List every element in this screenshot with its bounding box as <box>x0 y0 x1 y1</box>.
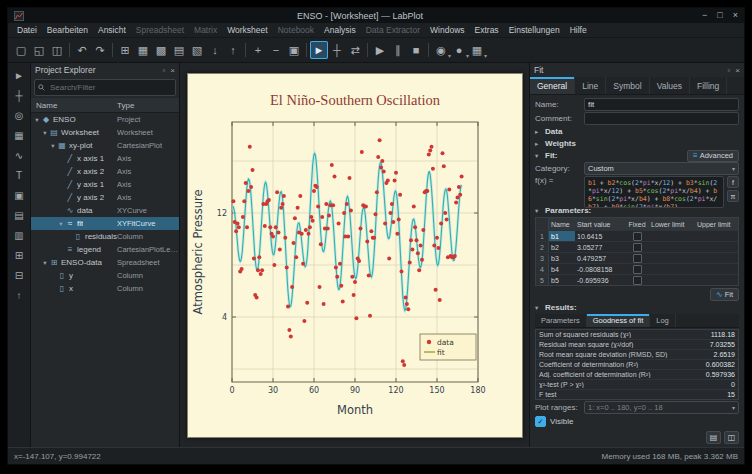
vertical-layout-tool-icon[interactable]: ▤ <box>11 207 27 223</box>
titlebar[interactable]: ENSO - [Worksheet] — LabPlot − □ × <box>8 8 744 23</box>
export-results-button[interactable]: ▤ <box>706 431 721 444</box>
advanced-fit-button[interactable]: ≡ Advanced <box>687 150 739 162</box>
presenter-stop-icon[interactable]: ■ <box>407 41 425 59</box>
menu-windows[interactable]: Windows <box>425 25 469 35</box>
fixed-checkbox[interactable] <box>633 265 642 274</box>
fixed-checkbox[interactable] <box>633 276 642 285</box>
param-name-cell[interactable]: b5 <box>549 275 575 285</box>
dock-float-icon[interactable]: ▫ <box>163 66 166 75</box>
parameters-section-header[interactable]: ▾ Parameters: <box>535 205 739 216</box>
results-section-header[interactable]: ▾ Results: <box>535 302 739 313</box>
select-mode-icon[interactable]: ► <box>310 41 328 59</box>
menu-worksheet[interactable]: Worksheet <box>222 25 272 35</box>
results-tab-parameters[interactable]: Parameters <box>535 314 587 327</box>
constants-button[interactable]: π <box>727 190 739 202</box>
tree-item-y-axis-1[interactable]: ╱y axis 1Axis <box>31 178 179 191</box>
run-fit-button[interactable]: ∿ Fit <box>710 288 739 301</box>
param-row-b1[interactable]: 1b110.6415 <box>536 230 738 241</box>
menu-extras[interactable]: Extras <box>470 25 504 35</box>
tree-item-fit[interactable]: ▾≈fitXYFitCurve <box>31 217 179 230</box>
menu-ansicht[interactable]: Ansicht <box>93 25 131 35</box>
tab-general[interactable]: General <box>530 77 575 94</box>
tab-symbol[interactable]: Symbol <box>606 77 649 94</box>
undo-icon[interactable]: ↶ <box>73 41 91 59</box>
tree-item-y[interactable]: ▯yColumn <box>31 269 179 282</box>
param-start-value[interactable]: -0.0808158 <box>575 266 625 273</box>
add-image-tool-icon[interactable]: ▣ <box>11 187 27 203</box>
param-name-cell[interactable]: b1 <box>549 231 575 241</box>
presenter-play-icon[interactable]: ▶ <box>371 41 389 59</box>
pan-mode-icon[interactable]: ⇄ <box>346 41 364 59</box>
chevron-down-icon[interactable]: ▾ <box>33 116 41 124</box>
tree-item-y-axis-2[interactable]: ╱y axis 2Axis <box>31 191 179 204</box>
tree-item-worksheet[interactable]: ▾▤WorksheetWorksheet <box>31 126 179 139</box>
chevron-down-icon[interactable]: ▾ <box>49 142 57 150</box>
fixed-checkbox[interactable] <box>633 243 642 252</box>
chevron-down-icon[interactable]: ▾ <box>41 259 49 267</box>
results-tab-goodness-of-fit[interactable]: Goodness of fit <box>587 314 650 327</box>
new-spreadsheet-icon[interactable]: ▦ <box>134 41 152 59</box>
formula-editor[interactable]: b1 + b2*cos(2*pi*x/12) + b3*sin(2*pi*x/1… <box>584 176 724 208</box>
document-save-icon[interactable]: ◫ <box>48 41 66 59</box>
param-row-b2[interactable]: 2b23.05277 <box>536 241 738 252</box>
param-start-value[interactable]: 0.479257 <box>575 255 625 262</box>
grid-layout-tool-icon[interactable]: ⊞ <box>11 247 27 263</box>
tree-item-residuals[interactable]: ▯residualsColumn <box>31 230 179 243</box>
save-results-button[interactable]: ◫ <box>724 431 739 444</box>
comment-input[interactable] <box>584 112 739 125</box>
param-start-value[interactable]: -0.695936 <box>575 277 625 284</box>
zoom-fit-icon[interactable]: ▣ <box>285 41 303 59</box>
xy-plot[interactable]: 0306090120150180412El Niño-Southern Osci… <box>188 74 522 437</box>
param-name-cell[interactable]: b3 <box>549 253 575 263</box>
tab-line[interactable]: Line <box>575 77 606 94</box>
param-row-b4[interactable]: 4b4-0.0808158 <box>536 263 738 274</box>
fit-section-header[interactable]: ▾ Fit: ≡ Advanced <box>535 150 739 161</box>
export-data-icon[interactable]: ↑ <box>224 41 242 59</box>
category-select[interactable]: Custom ▾ <box>584 162 739 175</box>
tree-item-enso[interactable]: ▾◆ENSOProject <box>31 113 179 126</box>
param-start-value[interactable]: 10.6415 <box>575 233 625 240</box>
new-matrix-icon[interactable]: ▩ <box>152 41 170 59</box>
add-plot-tool-icon[interactable]: ▦ <box>11 127 27 143</box>
param-start-value[interactable]: 3.05277 <box>575 244 625 251</box>
no-layout-tool-icon[interactable]: ⊟ <box>11 267 27 283</box>
horizontal-layout-tool-icon[interactable]: ▥ <box>11 227 27 243</box>
name-input[interactable] <box>584 98 739 111</box>
tree-item-enso-data[interactable]: ▾⊞ENSO-dataSpreadsheet <box>31 256 179 269</box>
fit-dock-float-icon[interactable]: ▫ <box>727 66 730 75</box>
close-button[interactable]: × <box>733 8 738 23</box>
dock-close-icon[interactable]: × <box>170 66 175 75</box>
data-section-header[interactable]: ▸ Data <box>535 126 739 137</box>
redo-icon[interactable]: ↷ <box>91 41 109 59</box>
menu-einstellungen[interactable]: Einstellungen <box>504 25 565 35</box>
minimize-button[interactable]: − <box>702 8 707 23</box>
import-data-icon[interactable]: ↓ <box>206 41 224 59</box>
tab-values[interactable]: Values <box>650 77 690 94</box>
maximize-button[interactable]: □ <box>717 8 722 23</box>
param-row-b5[interactable]: 5b5-0.695936 <box>536 274 738 285</box>
document-open-icon[interactable]: ◱ <box>30 41 48 59</box>
new-worksheet-icon[interactable]: ▤ <box>170 41 188 59</box>
new-workbook-icon[interactable]: ⊞ <box>116 41 134 59</box>
fixed-checkbox[interactable] <box>633 232 642 241</box>
document-new-icon[interactable]: ▢ <box>12 41 30 59</box>
zoom-out-icon[interactable]: − <box>267 41 285 59</box>
plot-tools-icon[interactable]: ▦▾ <box>468 41 486 59</box>
search-input[interactable] <box>48 82 172 93</box>
tree-item-x-axis-2[interactable]: ╱x axis 2Axis <box>31 165 179 178</box>
crosshair-tool-icon[interactable]: ┼ <box>11 87 27 103</box>
add-text-tool-icon[interactable]: T <box>11 167 27 183</box>
column-header-name[interactable]: Name <box>31 101 117 110</box>
search-filter-box[interactable] <box>34 79 176 96</box>
export-worksheet-tool-icon[interactable]: ↑ <box>11 287 27 303</box>
chevron-down-icon[interactable]: ▾ <box>57 220 65 228</box>
tree-item-data[interactable]: ∿dataXYCurve <box>31 204 179 217</box>
functions-button[interactable]: f <box>727 176 739 188</box>
add-curve-tool-icon[interactable]: ∿ <box>11 147 27 163</box>
crosshair-mode-icon[interactable]: ┼ <box>328 41 346 59</box>
zoom-in-icon[interactable]: + <box>249 41 267 59</box>
menu-hilfe[interactable]: Hilfe <box>565 25 592 35</box>
zoom-tool-icon[interactable]: ◎ <box>11 107 27 123</box>
chevron-down-icon[interactable]: ▾ <box>41 129 49 137</box>
worksheet-page[interactable]: 0306090120150180412El Niño-Southern Osci… <box>187 73 523 438</box>
